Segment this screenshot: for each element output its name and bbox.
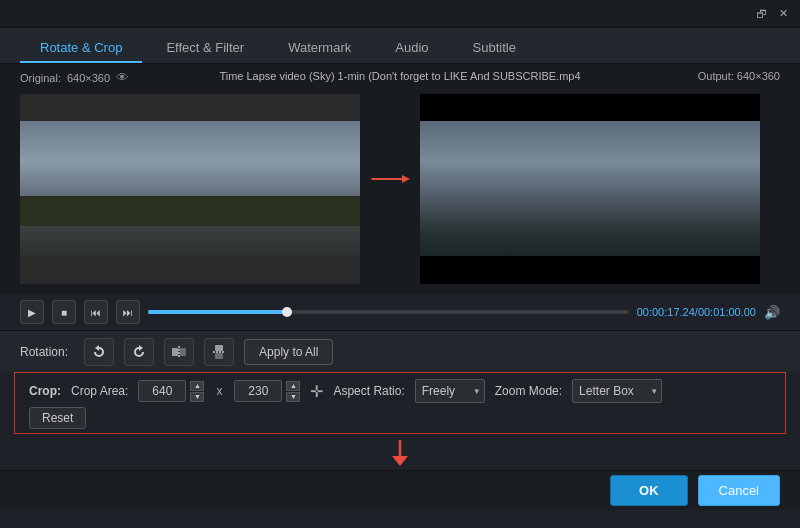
zoom-mode-select[interactable]: Letter Box Full Screen Pan & Scan: [572, 379, 662, 403]
crop-height-group: ▲ ▼: [234, 380, 300, 402]
reset-button[interactable]: Reset: [29, 407, 86, 429]
prev-frame-button[interactable]: ⏮: [84, 300, 108, 324]
tab-effect-filter[interactable]: Effect & Filter: [146, 34, 264, 63]
crop-width-group: ▲ ▼: [138, 380, 204, 402]
crop-width-input[interactable]: [138, 380, 186, 402]
crop-width-down[interactable]: ▼: [190, 392, 204, 402]
output-label: Output:: [698, 70, 734, 82]
progress-fill: [148, 310, 287, 314]
crop-area: Crop: Crop Area: ▲ ▼ x ▲ ▼ ✛ Aspect Rati…: [14, 372, 786, 434]
rotate-left-button[interactable]: [84, 338, 114, 366]
zoom-label: Zoom Mode:: [495, 384, 562, 398]
x-separator: x: [216, 384, 222, 398]
rotation-area: Rotation: Apply to All: [0, 330, 800, 372]
eye-icon[interactable]: 👁: [116, 70, 129, 85]
original-resolution: 640×360: [67, 72, 110, 84]
crop-height-up[interactable]: ▲: [286, 381, 300, 391]
time-display: 00:00:17.24/00:01:00.00: [637, 306, 756, 318]
apply-all-button[interactable]: Apply to All: [244, 339, 333, 365]
tab-bar: Rotate & Crop Effect & Filter Watermark …: [0, 28, 800, 64]
aspect-ratio-select[interactable]: Freely 16:9 4:3 1:1 9:16: [415, 379, 485, 403]
original-info: Original: 640×360 👁: [20, 70, 129, 85]
svg-rect-2: [172, 348, 178, 356]
tab-audio[interactable]: Audio: [375, 34, 448, 63]
video-preview-left: [20, 94, 360, 284]
close-button[interactable]: ✕: [774, 5, 792, 23]
preview-filename: Time Lapse video (Sky) 1-min (Don't forg…: [219, 70, 580, 82]
preview-area: Original: 640×360 👁 Time Lapse video (Sk…: [0, 64, 800, 294]
crop-width-spin: ▲ ▼: [190, 381, 204, 402]
original-label: Original:: [20, 72, 61, 84]
tab-rotate-crop[interactable]: Rotate & Crop: [20, 34, 142, 63]
crop-area-label: Crop Area:: [71, 384, 128, 398]
output-info: Output: 640×360: [698, 70, 780, 82]
svg-marker-1: [402, 175, 410, 183]
aspect-ratio-wrapper: Freely 16:9 4:3 1:1 9:16 ▼: [415, 379, 485, 403]
crop-inner: Crop: Crop Area: ▲ ▼ x ▲ ▼ ✛ Aspect Rati…: [29, 373, 662, 435]
stop-button[interactable]: ■: [52, 300, 76, 324]
progress-track[interactable]: [148, 310, 629, 314]
title-bar: 🗗 ✕: [0, 0, 800, 28]
flip-horizontal-button[interactable]: [164, 338, 194, 366]
aspect-label: Aspect Ratio:: [333, 384, 404, 398]
svg-rect-3: [180, 348, 186, 356]
footer: OK Cancel: [0, 470, 800, 510]
progress-thumb[interactable]: [282, 307, 292, 317]
crop-width-up[interactable]: ▲: [190, 381, 204, 391]
down-arrow-icon: [388, 438, 412, 466]
crop-row-1: Crop: Crop Area: ▲ ▼ x ▲ ▼ ✛ Aspect Rati…: [29, 379, 662, 403]
timeline-bar: ▶ ■ ⏮ ⏭ 00:00:17.24/00:01:00.00 🔊: [0, 294, 800, 330]
crop-height-down[interactable]: ▼: [286, 392, 300, 402]
bottom-arrow-area: [0, 434, 800, 470]
ok-button[interactable]: OK: [610, 475, 688, 506]
svg-marker-9: [392, 456, 408, 466]
rotation-label: Rotation:: [20, 345, 68, 359]
flip-vertical-button[interactable]: [204, 338, 234, 366]
crop-height-input[interactable]: [234, 380, 282, 402]
cancel-button[interactable]: Cancel: [698, 475, 780, 506]
tab-watermark[interactable]: Watermark: [268, 34, 371, 63]
svg-rect-6: [215, 353, 223, 359]
zoom-mode-wrapper: Letter Box Full Screen Pan & Scan ▼: [572, 379, 662, 403]
output-resolution: 640×360: [737, 70, 780, 82]
crop-row-2: Reset: [29, 407, 662, 429]
time-current: 00:00:17.24: [637, 306, 695, 318]
crop-label: Crop:: [29, 384, 61, 398]
restore-button[interactable]: 🗗: [752, 5, 770, 23]
next-frame-button[interactable]: ⏭: [116, 300, 140, 324]
svg-rect-5: [215, 345, 223, 351]
crop-center-icon[interactable]: ✛: [310, 382, 323, 401]
rotate-right-button[interactable]: [124, 338, 154, 366]
time-total: 00:01:00.00: [698, 306, 756, 318]
video-preview-right: [420, 94, 760, 284]
play-button[interactable]: ▶: [20, 300, 44, 324]
crop-height-spin: ▲ ▼: [286, 381, 300, 402]
volume-icon[interactable]: 🔊: [764, 305, 780, 320]
tab-subtitle[interactable]: Subtitle: [453, 34, 536, 63]
arrow-right: [360, 169, 420, 189]
